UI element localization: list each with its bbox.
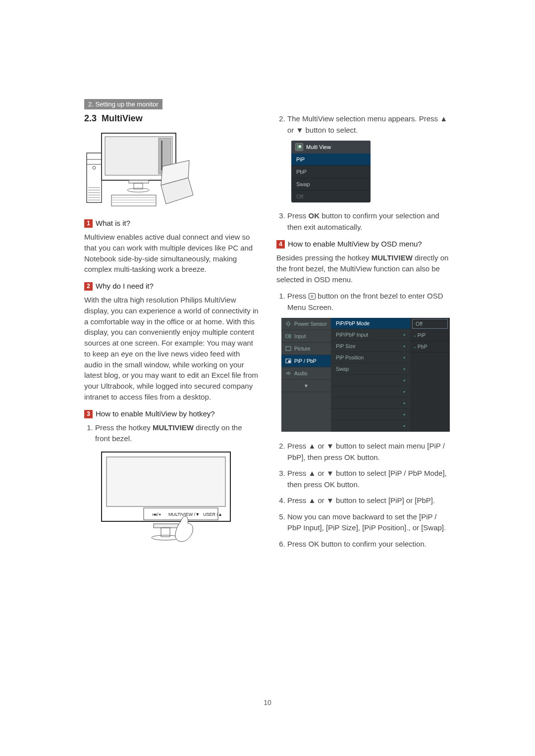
svg-point-10 xyxy=(93,166,96,169)
osd-right-pbp: •PbP xyxy=(410,341,450,353)
audio-icon xyxy=(285,370,291,376)
bezel-label-left: ⏮/◀ xyxy=(153,512,161,517)
osd-mid-mode: PiP/PbP Mode xyxy=(331,318,410,329)
svg-rect-31 xyxy=(286,347,291,351)
section-name: MultiView xyxy=(102,113,143,123)
osd-left-pane: Power Sensor Input Picture PiP / PbP xyxy=(281,318,331,432)
sensor-icon xyxy=(285,321,291,327)
why-need-body: With the ultra high resolution Philips M… xyxy=(84,295,259,403)
left-column: 2.3 MultiView xyxy=(84,113,259,554)
osd-mv-pip: PiP xyxy=(291,153,371,166)
osd-right-off: Off xyxy=(412,319,448,329)
osd-step-3: Press ▲ or ▼ button to select [PiP / PbP… xyxy=(287,468,451,490)
osd-step-2: Press ▲ or ▼ button to select main menu … xyxy=(287,441,451,463)
section-title: 2.3 MultiView xyxy=(84,113,259,124)
svg-rect-17 xyxy=(111,195,156,206)
picture-icon xyxy=(285,346,291,352)
step-menu-appears: The MultiView selection menu appears. Pr… xyxy=(287,113,451,136)
osd-mv-header: Multi View xyxy=(291,141,371,153)
osd-steps: Press ≡ button on the front bezel to ent… xyxy=(276,291,451,313)
osd-right-pane: Off •PiP •PbP xyxy=(410,318,450,432)
right-column: The MultiView selection menu appears. Pr… xyxy=(276,113,451,554)
osd-intro: Besides pressing the hotkey MULTIVIEW di… xyxy=(276,252,451,285)
bezel-label-right: USER /▲ xyxy=(203,512,222,517)
osd-mid-input: PiP/PbP Input• xyxy=(331,329,410,341)
osd-mv-swap: Swap xyxy=(291,178,371,191)
osd-left-powersensor: Power Sensor xyxy=(281,318,331,330)
multiview-illustration xyxy=(84,131,259,210)
badge-2: 2 xyxy=(84,282,93,291)
hotkey-steps: Press the hotkey MULTIVIEW directly on t… xyxy=(84,422,259,445)
bezel-label-mid: MULTIVIEW /▼ xyxy=(168,512,200,517)
multiview-key: MULTIVIEW xyxy=(153,423,194,432)
chapter-header: 2. Setting up the monitor xyxy=(84,99,162,109)
ok-key: OK xyxy=(309,211,320,220)
what-is-it-heading: 1What is it? xyxy=(84,219,259,228)
svg-point-29 xyxy=(287,322,290,325)
osd-step-5: Now you can move backward to set the [Pi… xyxy=(287,511,451,534)
osd-left-down: ▼ xyxy=(281,380,331,392)
osd-mid-swap: Swap• xyxy=(331,363,410,375)
osd-left-audio: Audio xyxy=(281,367,331,380)
osd-mid-size: PiP Size• xyxy=(331,341,410,352)
osd-step-4: Press ▲ or ▼ button to select [PiP] or [… xyxy=(287,495,451,506)
osd-mv-off: Off xyxy=(291,191,371,202)
badge-1: 1 xyxy=(84,219,93,228)
pip-icon xyxy=(285,358,291,364)
osd-left-pip-pbp: PiP / PbP xyxy=(281,355,331,367)
osd-main-menu: Power Sensor Input Picture PiP / PbP xyxy=(281,318,450,432)
svg-rect-22 xyxy=(107,457,225,506)
section-number: 2.3 xyxy=(84,113,97,123)
osd-heading: 4How to enable MultiView by OSD menu? xyxy=(276,240,451,249)
svg-rect-23 xyxy=(154,524,178,528)
hotkey-step-1: Press the hotkey MULTIVIEW directly on t… xyxy=(95,422,259,445)
osd-step-6: Press OK button to confirm your selectio… xyxy=(287,539,451,550)
hotkey-heading: 3How to enable MultiView by hotkey? xyxy=(84,409,259,418)
badge-4: 4 xyxy=(276,240,285,249)
osd-mid-pane: PiP/PbP Mode PiP/PbP Input• PiP Size• Pi… xyxy=(331,318,410,432)
osd-mid-position: PiP Position• xyxy=(331,352,410,363)
svg-rect-4 xyxy=(129,180,149,183)
step-press-ok: Press OK button to confirm your selectio… xyxy=(287,210,451,233)
osd-left-picture: Picture xyxy=(281,343,331,355)
badge-3: 3 xyxy=(84,410,93,418)
osd-left-input: Input xyxy=(281,330,331,343)
page-number: 10 xyxy=(0,699,535,706)
osd-steps-2: Press ▲ or ▼ button to select main menu … xyxy=(276,441,451,550)
menu-button-icon: ≡ xyxy=(309,293,316,300)
osd-mv-pbp: PbP xyxy=(291,166,371,178)
osd-multiview-menu: Multi View PiP PbP Swap Off xyxy=(291,141,371,202)
osd-step-1: Press ≡ button on the front bezel to ent… xyxy=(287,291,451,313)
right-steps-a: The MultiView selection menu appears. Pr… xyxy=(276,113,451,136)
why-need-heading: 2Why do I need it? xyxy=(84,282,259,291)
right-steps-b: Press OK button to confirm your selectio… xyxy=(276,210,451,233)
svg-rect-3 xyxy=(161,141,162,170)
what-is-it-body: Multiview enables active dual connect an… xyxy=(84,232,259,275)
svg-rect-33 xyxy=(288,360,290,362)
svg-rect-28 xyxy=(299,146,301,148)
svg-point-6 xyxy=(127,188,149,192)
osd-right-pip: •PiP xyxy=(410,330,450,341)
multiview-icon xyxy=(295,143,303,151)
input-icon xyxy=(285,333,291,339)
bezel-illustration: ⏮/◀ MULTIVIEW /▼ USER /▲ xyxy=(99,450,259,551)
